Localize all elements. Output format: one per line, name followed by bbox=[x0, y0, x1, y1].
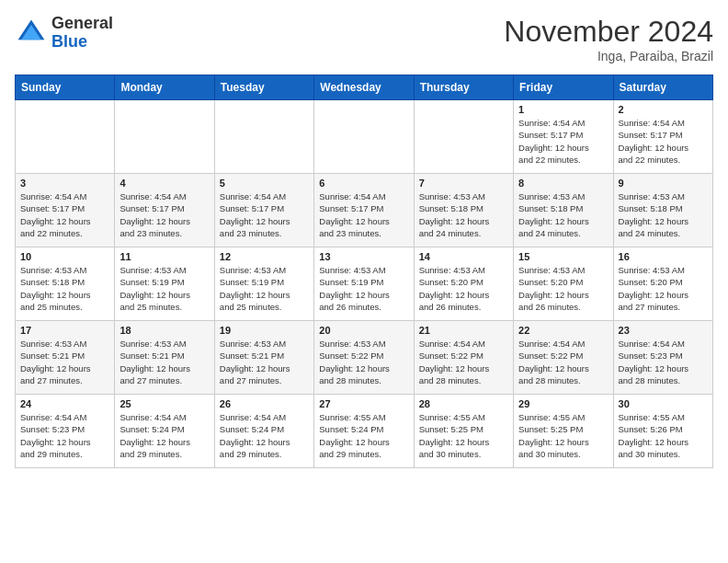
day-number: 5 bbox=[220, 178, 309, 189]
calendar-cell: 25Sunrise: 4:54 AM Sunset: 5:24 PM Dayli… bbox=[115, 395, 214, 468]
day-number: 19 bbox=[220, 325, 309, 336]
day-info: Sunrise: 4:53 AM Sunset: 5:18 PM Dayligh… bbox=[619, 190, 708, 239]
calendar-cell bbox=[414, 100, 513, 174]
calendar-cell: 30Sunrise: 4:55 AM Sunset: 5:26 PM Dayli… bbox=[613, 395, 712, 468]
day-number: 14 bbox=[419, 251, 508, 262]
day-info: Sunrise: 4:54 AM Sunset: 5:17 PM Dayligh… bbox=[119, 190, 209, 239]
day-info: Sunrise: 4:55 AM Sunset: 5:26 PM Dayligh… bbox=[619, 411, 708, 460]
calendar-cell: 29Sunrise: 4:55 AM Sunset: 5:25 PM Dayli… bbox=[514, 395, 613, 468]
logo-text: General Blue bbox=[51, 15, 113, 52]
calendar-cell: 1Sunrise: 4:54 AM Sunset: 5:17 PM Daylig… bbox=[514, 100, 613, 174]
calendar-cell: 17Sunrise: 4:53 AM Sunset: 5:21 PM Dayli… bbox=[16, 321, 115, 395]
weekday-header-row: SundayMondayTuesdayWednesdayThursdayFrid… bbox=[16, 75, 713, 100]
day-info: Sunrise: 4:54 AM Sunset: 5:17 PM Dayligh… bbox=[619, 117, 708, 166]
day-number: 9 bbox=[619, 178, 708, 189]
weekday-header-thursday: Thursday bbox=[414, 75, 513, 100]
day-number: 15 bbox=[518, 251, 608, 262]
day-info: Sunrise: 4:53 AM Sunset: 5:18 PM Dayligh… bbox=[518, 190, 608, 239]
day-info: Sunrise: 4:53 AM Sunset: 5:18 PM Dayligh… bbox=[20, 264, 109, 313]
day-info: Sunrise: 4:54 AM Sunset: 5:17 PM Dayligh… bbox=[220, 190, 309, 239]
day-info: Sunrise: 4:55 AM Sunset: 5:25 PM Dayligh… bbox=[518, 411, 608, 460]
weekday-header-tuesday: Tuesday bbox=[214, 75, 313, 100]
day-number: 21 bbox=[419, 325, 508, 336]
calendar-cell: 11Sunrise: 4:53 AM Sunset: 5:19 PM Dayli… bbox=[115, 247, 214, 321]
day-number: 23 bbox=[619, 325, 708, 336]
day-info: Sunrise: 4:54 AM Sunset: 5:24 PM Dayligh… bbox=[220, 411, 309, 460]
calendar-cell: 3Sunrise: 4:54 AM Sunset: 5:17 PM Daylig… bbox=[16, 174, 115, 247]
day-number: 30 bbox=[619, 398, 708, 409]
day-number: 1 bbox=[518, 104, 608, 115]
day-info: Sunrise: 4:55 AM Sunset: 5:24 PM Dayligh… bbox=[319, 411, 408, 460]
calendar-cell: 14Sunrise: 4:53 AM Sunset: 5:20 PM Dayli… bbox=[414, 247, 513, 321]
calendar-cell: 9Sunrise: 4:53 AM Sunset: 5:18 PM Daylig… bbox=[613, 174, 712, 247]
calendar-body: 1Sunrise: 4:54 AM Sunset: 5:17 PM Daylig… bbox=[16, 100, 713, 468]
logo: General Blue bbox=[15, 15, 113, 52]
calendar-cell bbox=[214, 100, 313, 174]
day-number: 6 bbox=[319, 178, 408, 189]
week-row-3: 17Sunrise: 4:53 AM Sunset: 5:21 PM Dayli… bbox=[16, 321, 713, 395]
day-info: Sunrise: 4:54 AM Sunset: 5:17 PM Dayligh… bbox=[518, 117, 608, 166]
day-number: 12 bbox=[220, 251, 309, 262]
day-info: Sunrise: 4:53 AM Sunset: 5:21 PM Dayligh… bbox=[220, 338, 309, 386]
day-number: 13 bbox=[319, 251, 408, 262]
day-info: Sunrise: 4:53 AM Sunset: 5:20 PM Dayligh… bbox=[419, 264, 508, 313]
day-info: Sunrise: 4:55 AM Sunset: 5:25 PM Dayligh… bbox=[419, 411, 508, 460]
day-number: 18 bbox=[119, 325, 209, 336]
location: Inga, Paraiba, Brazil bbox=[504, 49, 713, 63]
day-info: Sunrise: 4:54 AM Sunset: 5:22 PM Dayligh… bbox=[419, 338, 508, 386]
calendar-cell: 5Sunrise: 4:54 AM Sunset: 5:17 PM Daylig… bbox=[214, 174, 313, 247]
day-number: 28 bbox=[419, 398, 508, 409]
calendar-cell bbox=[115, 100, 214, 174]
weekday-header-monday: Monday bbox=[115, 75, 214, 100]
day-info: Sunrise: 4:54 AM Sunset: 5:17 PM Dayligh… bbox=[319, 190, 408, 239]
day-number: 4 bbox=[119, 178, 209, 189]
day-info: Sunrise: 4:53 AM Sunset: 5:21 PM Dayligh… bbox=[20, 338, 109, 386]
day-number: 11 bbox=[119, 251, 209, 262]
calendar-cell: 22Sunrise: 4:54 AM Sunset: 5:22 PM Dayli… bbox=[514, 321, 613, 395]
calendar-cell: 16Sunrise: 4:53 AM Sunset: 5:20 PM Dayli… bbox=[613, 247, 712, 321]
calendar-cell: 26Sunrise: 4:54 AM Sunset: 5:24 PM Dayli… bbox=[214, 395, 313, 468]
day-info: Sunrise: 4:53 AM Sunset: 5:19 PM Dayligh… bbox=[319, 264, 408, 313]
weekday-header-sunday: Sunday bbox=[16, 75, 115, 100]
day-number: 27 bbox=[319, 398, 408, 409]
week-row-0: 1Sunrise: 4:54 AM Sunset: 5:17 PM Daylig… bbox=[16, 100, 713, 174]
calendar-cell: 12Sunrise: 4:53 AM Sunset: 5:19 PM Dayli… bbox=[214, 247, 313, 321]
day-number: 20 bbox=[319, 325, 408, 336]
calendar-cell: 10Sunrise: 4:53 AM Sunset: 5:18 PM Dayli… bbox=[16, 247, 115, 321]
day-info: Sunrise: 4:54 AM Sunset: 5:17 PM Dayligh… bbox=[20, 190, 109, 239]
calendar-cell: 15Sunrise: 4:53 AM Sunset: 5:20 PM Dayli… bbox=[514, 247, 613, 321]
calendar-cell: 21Sunrise: 4:54 AM Sunset: 5:22 PM Dayli… bbox=[414, 321, 513, 395]
day-number: 2 bbox=[619, 104, 708, 115]
page-header: General Blue November 2024 Inga, Paraiba… bbox=[15, 15, 713, 63]
calendar-cell: 19Sunrise: 4:53 AM Sunset: 5:21 PM Dayli… bbox=[214, 321, 313, 395]
day-info: Sunrise: 4:53 AM Sunset: 5:19 PM Dayligh… bbox=[220, 264, 309, 313]
calendar-cell: 24Sunrise: 4:54 AM Sunset: 5:23 PM Dayli… bbox=[16, 395, 115, 468]
month-title: November 2024 bbox=[504, 15, 713, 49]
week-row-4: 24Sunrise: 4:54 AM Sunset: 5:23 PM Dayli… bbox=[16, 395, 713, 468]
weekday-header-wednesday: Wednesday bbox=[314, 75, 414, 100]
week-row-1: 3Sunrise: 4:54 AM Sunset: 5:17 PM Daylig… bbox=[16, 174, 713, 247]
calendar-cell: 28Sunrise: 4:55 AM Sunset: 5:25 PM Dayli… bbox=[414, 395, 513, 468]
day-number: 29 bbox=[518, 398, 608, 409]
weekday-header-friday: Friday bbox=[514, 75, 613, 100]
calendar-cell: 13Sunrise: 4:53 AM Sunset: 5:19 PM Dayli… bbox=[314, 247, 414, 321]
calendar-cell: 18Sunrise: 4:53 AM Sunset: 5:21 PM Dayli… bbox=[115, 321, 214, 395]
weekday-header-saturday: Saturday bbox=[613, 75, 712, 100]
day-info: Sunrise: 4:54 AM Sunset: 5:24 PM Dayligh… bbox=[119, 411, 209, 460]
title-block: November 2024 Inga, Paraiba, Brazil bbox=[504, 15, 713, 63]
day-number: 17 bbox=[20, 325, 109, 336]
day-number: 25 bbox=[119, 398, 209, 409]
calendar-cell: 27Sunrise: 4:55 AM Sunset: 5:24 PM Dayli… bbox=[314, 395, 414, 468]
week-row-2: 10Sunrise: 4:53 AM Sunset: 5:18 PM Dayli… bbox=[16, 247, 713, 321]
day-number: 22 bbox=[518, 325, 608, 336]
calendar-cell: 6Sunrise: 4:54 AM Sunset: 5:17 PM Daylig… bbox=[314, 174, 414, 247]
day-number: 3 bbox=[20, 178, 109, 189]
calendar-cell: 7Sunrise: 4:53 AM Sunset: 5:18 PM Daylig… bbox=[414, 174, 513, 247]
calendar-table: SundayMondayTuesdayWednesdayThursdayFrid… bbox=[15, 75, 713, 468]
calendar-cell: 4Sunrise: 4:54 AM Sunset: 5:17 PM Daylig… bbox=[115, 174, 214, 247]
calendar-cell: 8Sunrise: 4:53 AM Sunset: 5:18 PM Daylig… bbox=[514, 174, 613, 247]
day-info: Sunrise: 4:53 AM Sunset: 5:20 PM Dayligh… bbox=[619, 264, 708, 313]
day-number: 10 bbox=[20, 251, 109, 262]
calendar-cell bbox=[16, 100, 115, 174]
calendar-cell: 20Sunrise: 4:53 AM Sunset: 5:22 PM Dayli… bbox=[314, 321, 414, 395]
